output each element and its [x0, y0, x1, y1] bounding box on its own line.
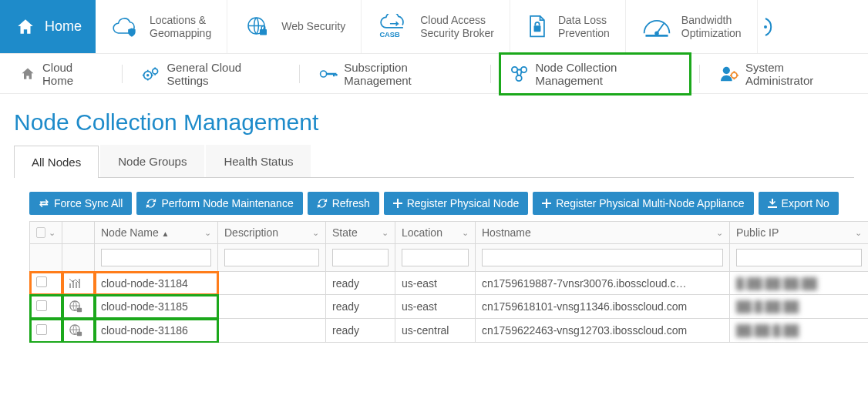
person-gear-icon [719, 65, 739, 82]
casb-icon: CASB [377, 14, 411, 40]
svg-point-9 [153, 69, 158, 74]
cell-node-name: cloud-node-31186 [101, 324, 188, 337]
chevron-down-icon: ⌄ [855, 228, 862, 238]
subnav-node-collection[interactable]: Node Collection Management [499, 52, 691, 95]
separator [122, 65, 123, 83]
tab-all-nodes[interactable]: All Nodes [14, 146, 99, 178]
nav-bandwidth-label: Bandwidth Optimization [681, 14, 742, 40]
nodes-icon [510, 65, 529, 82]
row-checkbox[interactable] [36, 276, 47, 287]
force-sync-button[interactable]: Force Sync All [29, 192, 132, 215]
register-node-label: Register Physical Node [407, 197, 520, 209]
filter-description[interactable] [224, 249, 319, 266]
subnav-subscription[interactable]: Subscription Management [308, 52, 483, 95]
col-icon [62, 222, 95, 244]
filter-state[interactable] [332, 249, 389, 266]
svg-point-15 [732, 72, 737, 78]
cell-public-ip: ██.██ █.██ [736, 324, 799, 337]
col-description[interactable]: Description⌄ [218, 222, 326, 244]
table-row[interactable]: cloud-node-31185 ready us-east cn1759618… [30, 295, 869, 319]
chevron-down-icon: ⌄ [462, 228, 469, 238]
row-checkbox[interactable] [36, 300, 47, 311]
tab-health[interactable]: Health Status [206, 145, 311, 177]
separator [299, 65, 300, 83]
partial-icon [764, 15, 775, 39]
cell-location: us-central [402, 324, 449, 337]
cell-public-ip: █.██.██ ██.██ [736, 277, 817, 290]
sort-asc-icon: ▲ [162, 229, 170, 238]
globe-lock-icon[interactable] [69, 323, 88, 337]
col-node-name[interactable]: Node Name ▲⌄ [95, 222, 218, 244]
col-hostname[interactable]: Hostname⌄ [476, 222, 730, 244]
cell-hostname: cn1759619887-7vnsr30076.ibosscloud.c… [482, 277, 686, 290]
cell-location: us-east [402, 300, 437, 313]
chevron-down-icon: ⌄ [49, 228, 56, 238]
separator [699, 65, 700, 83]
chevron-down-icon: ⌄ [312, 228, 319, 238]
nav-locations[interactable]: Locations & Geomapping [96, 0, 227, 53]
chevron-down-icon: ⌄ [204, 228, 211, 238]
chevron-down-icon: ⌄ [716, 228, 723, 238]
svg-text:CASB: CASB [380, 30, 401, 38]
row-checkbox[interactable] [36, 324, 47, 335]
cell-node-name: cloud-node-31185 [101, 300, 188, 313]
nav-casb[interactable]: CASB Cloud Access Security Broker [362, 0, 510, 53]
refresh-icon [146, 198, 156, 209]
filter-public-ip[interactable] [736, 249, 862, 266]
stats-icon[interactable] [69, 277, 88, 290]
col-state[interactable]: State⌄ [326, 222, 395, 244]
tabs: All Nodes Node Groups Health Status [14, 145, 854, 178]
tab-node-groups[interactable]: Node Groups [100, 145, 204, 177]
filter-hostname[interactable] [482, 249, 723, 266]
nav-web-security[interactable]: Web Security [227, 0, 362, 53]
cell-state: ready [332, 324, 359, 337]
force-sync-label: Force Sync All [54, 197, 123, 209]
globe-lock-icon[interactable] [69, 300, 88, 313]
cloud-shield-icon [111, 17, 140, 37]
subnav-cloud-home[interactable]: Cloud Home [8, 52, 114, 95]
sub-navbar: Cloud Home General Cloud Settings Subscr… [0, 54, 868, 94]
table-row[interactable]: cloud-node-31186 ready us-central cn1759… [30, 319, 869, 343]
top-navbar: Home Locations & Geomapping Web Security… [0, 0, 868, 54]
maintenance-button[interactable]: Perform Node Maintenance [136, 192, 302, 215]
nav-dlp[interactable]: Data Loss Prevention [510, 0, 626, 53]
svg-rect-17 [77, 308, 82, 312]
refresh-label: Refresh [332, 197, 370, 209]
svg-point-8 [146, 74, 149, 76]
col-select[interactable]: ⌄ [30, 222, 62, 244]
filter-location[interactable] [402, 249, 469, 266]
cell-state: ready [332, 300, 359, 313]
cell-hostname: cn1759618101-vnsg11346.ibosscloud.com [482, 300, 687, 313]
col-location[interactable]: Location⌄ [395, 222, 476, 244]
gears-icon [142, 66, 160, 82]
cell-hostname: cn1759622463-vnsg12703.ibosscloud.com [482, 324, 687, 337]
register-node-button[interactable]: Register Physical Node [384, 192, 529, 215]
download-icon [768, 199, 777, 208]
nav-bandwidth[interactable]: Bandwidth Optimization [626, 0, 758, 53]
maintenance-label: Perform Node Maintenance [161, 197, 293, 209]
nav-more[interactable] [758, 0, 781, 53]
toolbar: Force Sync All Perform Node Maintenance … [14, 192, 854, 215]
register-multi-label: Register Physical Multi-Node Appliance [556, 197, 744, 209]
subnav-cloud-home-label: Cloud Home [42, 61, 103, 87]
svg-point-10 [321, 71, 327, 77]
subnav-system-admin[interactable]: System Administrator [708, 52, 860, 95]
node-grid: ⌄ Node Name ▲⌄ Description⌄ State⌄ Locat… [14, 221, 854, 343]
gauge-icon [641, 15, 672, 39]
svg-rect-3 [533, 25, 540, 32]
filter-node-name[interactable] [101, 249, 211, 266]
subnav-general-settings[interactable]: General Cloud Settings [130, 52, 291, 95]
nav-home[interactable]: Home [0, 0, 96, 53]
export-button[interactable]: Export No [759, 192, 839, 215]
refresh-icon [317, 198, 328, 209]
table-row[interactable]: cloud-node-31184 ready us-east cn1759619… [30, 272, 869, 295]
svg-rect-1 [260, 29, 267, 35]
subnav-node-collection-label: Node Collection Management [535, 61, 680, 87]
nav-locations-label: Locations & Geomapping [150, 14, 211, 40]
register-multi-button[interactable]: Register Physical Multi-Node Appliance [533, 192, 753, 215]
chevron-down-icon: ⌄ [382, 228, 389, 238]
col-public-ip[interactable]: Public IP⌄ [730, 222, 869, 244]
subnav-system-admin-label: System Administrator [745, 61, 849, 87]
page-title: Node Collection Management [0, 94, 868, 145]
refresh-button[interactable]: Refresh [308, 192, 379, 215]
